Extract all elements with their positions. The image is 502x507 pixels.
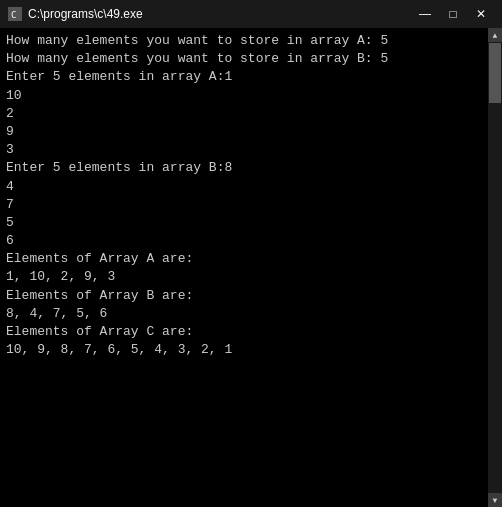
console-line: Elements of Array C are: xyxy=(6,323,482,341)
console-line: 6 xyxy=(6,232,482,250)
title-bar: C C:\programs\c\49.exe — □ ✕ xyxy=(0,0,502,28)
console-wrapper: How many elements you want to store in a… xyxy=(0,28,502,507)
console-line: 9 xyxy=(6,123,482,141)
console-line: 1, 10, 2, 9, 3 xyxy=(6,268,482,286)
console-line: 8, 4, 7, 5, 6 xyxy=(6,305,482,323)
console-line: 4 xyxy=(6,178,482,196)
scroll-up-arrow[interactable]: ▲ xyxy=(488,28,502,42)
maximize-button[interactable]: □ xyxy=(440,4,466,24)
minimize-button[interactable]: — xyxy=(412,4,438,24)
close-button[interactable]: ✕ xyxy=(468,4,494,24)
console-line: How many elements you want to store in a… xyxy=(6,32,482,50)
console-line: 10 xyxy=(6,87,482,105)
console-line: 7 xyxy=(6,196,482,214)
console-line: 2 xyxy=(6,105,482,123)
scrollbar-track[interactable] xyxy=(488,42,502,493)
svg-text:C: C xyxy=(11,10,16,20)
console-line: How many elements you want to store in a… xyxy=(6,50,482,68)
console-line: 5 xyxy=(6,214,482,232)
console-output[interactable]: How many elements you want to store in a… xyxy=(0,28,488,507)
console-line: 10, 9, 8, 7, 6, 5, 4, 3, 2, 1 xyxy=(6,341,482,359)
console-line: 3 xyxy=(6,141,482,159)
title-bar-left: C C:\programs\c\49.exe xyxy=(8,7,143,21)
window-title: C:\programs\c\49.exe xyxy=(28,7,143,21)
scrollbar[interactable]: ▲ ▼ xyxy=(488,28,502,507)
console-line: Enter 5 elements in array B:8 xyxy=(6,159,482,177)
console-line: Elements of Array B are: xyxy=(6,287,482,305)
title-bar-controls: — □ ✕ xyxy=(412,4,494,24)
scroll-down-arrow[interactable]: ▼ xyxy=(488,493,502,507)
console-line: Enter 5 elements in array A:1 xyxy=(6,68,482,86)
app-icon: C xyxy=(8,7,22,21)
console-line: Elements of Array A are: xyxy=(6,250,482,268)
scrollbar-thumb[interactable] xyxy=(489,43,501,103)
